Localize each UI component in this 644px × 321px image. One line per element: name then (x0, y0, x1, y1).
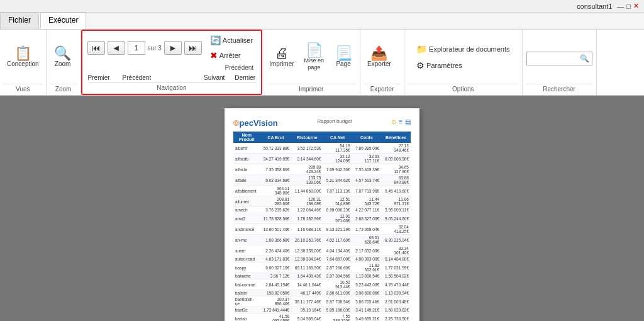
cell-value: 7.87 113.13€ (323, 186, 352, 196)
table-row: bartab41.58 093.696€5.04 569.04€7.55 388… (233, 313, 411, 322)
cell-value: 1.13 890.54€ (352, 273, 381, 279)
cell-product-name: allumec (233, 196, 260, 207)
cell-value: 11.82 302.61€ (352, 262, 381, 273)
cell-value: 1.60 020.82€ (381, 307, 411, 313)
arreter-button[interactable]: ✖ Arrêter (207, 48, 256, 62)
page-input[interactable] (128, 41, 145, 55)
cell-value: 2.01 003.48€ (381, 296, 411, 307)
cell-value: 1.77 031.99€ (381, 262, 411, 273)
cell-product-name: alfacfa (233, 164, 260, 175)
table-row: andmance13.60 501.40€1.16 088.11€8.13 22… (233, 224, 411, 235)
cell-value: 32.12 124.09€ (323, 154, 352, 164)
cell-value: 2.26 474.40€ (260, 245, 292, 256)
suivant-nav-label: Suivant (204, 74, 225, 81)
cell-value: 34.27 419.89€ (260, 154, 292, 164)
close-button[interactable]: ✕ (633, 2, 639, 10)
explorateur-button[interactable]: 📁 Explorateur de documents (413, 42, 513, 56)
doc-subtitle: Rapport budget (317, 118, 352, 124)
group-rechercher: 🔍 Rechercher (523, 30, 597, 95)
group-imprimer: 🖨 Imprimer 📄 Mise en page 📃 Page Imprime… (262, 30, 360, 95)
cell-value: 46.17 449€ (291, 290, 323, 296)
cell-value: 7.35 409.39€ (352, 164, 381, 175)
conception-label: Conception (7, 60, 39, 68)
group-navigation: ⏮ ◄ sur 3 ► ⏭ 🔄 Actualiser ✖ Arrêter (81, 30, 263, 95)
cell-value: 1.73 068.04€ (352, 224, 381, 235)
table-row: alfacfa7.35 358.60€285.80 423.24€7.69 94… (233, 164, 411, 175)
navigation-group-label: Navigation (87, 82, 257, 91)
zoom-button[interactable]: 🔍 Zoom (50, 45, 75, 70)
search-icon[interactable]: 🔍 (580, 54, 589, 63)
cell-value: 2.25 733.50€ (381, 313, 411, 322)
cell-value: 36.11 177.46€ (291, 296, 323, 307)
arreter-icon: ✖ (210, 50, 218, 60)
dernier-button[interactable]: ⏭ (184, 41, 202, 55)
cell-value: 69.11 169.50€ (291, 262, 323, 273)
table-row: bal-comnat2.84 45.194€14.46 1.044€10.50 … (233, 279, 411, 290)
cell-value: 4.04 134.40€ (323, 245, 352, 256)
zoom-icon: 🔍 (54, 47, 71, 60)
minimize-button[interactable]: — (617, 3, 624, 10)
doc-icon-2: ≡ (399, 118, 402, 125)
tab-fichier[interactable]: Fichier (0, 13, 39, 29)
cell-product-name: bal-comnat (233, 279, 260, 290)
cell-value: 50.72 333.88€ (260, 143, 292, 154)
cell-value: 208.81 285.60€ (260, 196, 292, 207)
cell-product-name: amd2 (233, 213, 260, 224)
exporter-button[interactable]: 📤 Exporter (364, 45, 394, 70)
page-button[interactable]: 📃 Page (331, 45, 356, 70)
table-row: banf2c1.73 641.444€95.19 164€5.05 166.03… (233, 307, 411, 313)
search-input[interactable] (530, 55, 580, 62)
cell-value: 2.84 45.194€ (260, 279, 292, 290)
arreter-label: Arrêter (219, 52, 241, 59)
cell-value: 133.75 339.06€ (291, 175, 323, 186)
table-row: amech3.76 235.62€1.22 064.46€8.98 086.23… (233, 207, 411, 213)
cell-value: 364.11 348.00€ (260, 186, 292, 196)
cell-product-name: bakuche (233, 273, 260, 279)
exporter-icon: 📤 (370, 47, 387, 60)
cell-value: 34.65 127.96€ (381, 164, 411, 175)
tab-executer[interactable]: Exécuter (40, 13, 86, 29)
conception-button[interactable]: 📋 Conception (4, 45, 42, 70)
cell-product-name: ban6bren-ue (233, 296, 260, 307)
cell-value: 3.52 172.53€ (291, 143, 323, 154)
ribbon: Fichier Exécuter 📋 Conception Vues 🔍 Zoo… (0, 13, 644, 96)
col-benefices: Bénéfices (381, 132, 411, 143)
actualiser-button[interactable]: 🔄 Actualiser (207, 33, 256, 47)
ribbon-content: 📋 Conception Vues 🔍 Zoom Zoom ⏮ ◄ (0, 29, 644, 95)
maximize-button[interactable]: □ (626, 3, 631, 10)
cell-value: 4.57 503.74€ (352, 175, 381, 186)
cell-value: 12.01 571.60€ (323, 213, 352, 224)
parametres-button[interactable]: ⚙ Paramètres (413, 59, 465, 72)
suivant-button[interactable]: ► (164, 41, 182, 55)
cell-value: 11.78 828.96€ (260, 213, 292, 224)
actualiser-label: Actualiser (223, 37, 253, 44)
mise-en-page-button[interactable]: 📄 Mise en page (301, 42, 328, 73)
cell-value: 3.76 235.62€ (260, 207, 292, 213)
cell-value: 63.88 840.88€ (381, 175, 411, 186)
cell-value: 1.58 504.02€ (381, 273, 411, 279)
cell-value: 2.88 327.00€ (352, 213, 381, 224)
table-row: baspy9.60 327.10€69.11 169.50€2.87 266.6… (233, 262, 411, 273)
cell-value: 5.05 166.03€ (323, 307, 352, 313)
premier-button[interactable]: ⏮ (87, 41, 105, 55)
precedent-nav-label: Précédent (123, 74, 152, 81)
col-nom: NomProduit (233, 132, 260, 143)
user-label: consultant1 (577, 3, 612, 10)
imprimer-group-label: Imprimer (266, 84, 356, 93)
group-exporter: 📤 Exporter Exporter (360, 30, 404, 95)
col-couts: Coûts (352, 132, 381, 143)
cell-value: 4.63 171.83€ (260, 256, 292, 262)
cell-value: 158.02 858€ (260, 290, 292, 296)
rechercher-group-label: Rechercher (526, 84, 592, 93)
cell-value: 1.64 408.43€ (291, 273, 323, 279)
cell-value: 3.41 145.21€ (352, 307, 381, 313)
precedent-button[interactable]: ◄ (108, 41, 125, 55)
table-row: autoc-road4.63 171.83€12.38 304.84€7.64 … (233, 256, 411, 262)
imprimer-icon: 🖨 (275, 47, 289, 60)
doc-logo: ©pecVision (233, 118, 278, 128)
cell-value: 5.23 443.00€ (352, 279, 381, 290)
table-row: alfade9.02 334.68€133.75 339.06€5.21 344… (233, 175, 411, 186)
imprimer-button[interactable]: 🖨 Imprimer (266, 45, 297, 70)
cell-value: 11.44 868.00€ (291, 186, 323, 196)
cell-product-name: alfacdb (233, 154, 260, 164)
